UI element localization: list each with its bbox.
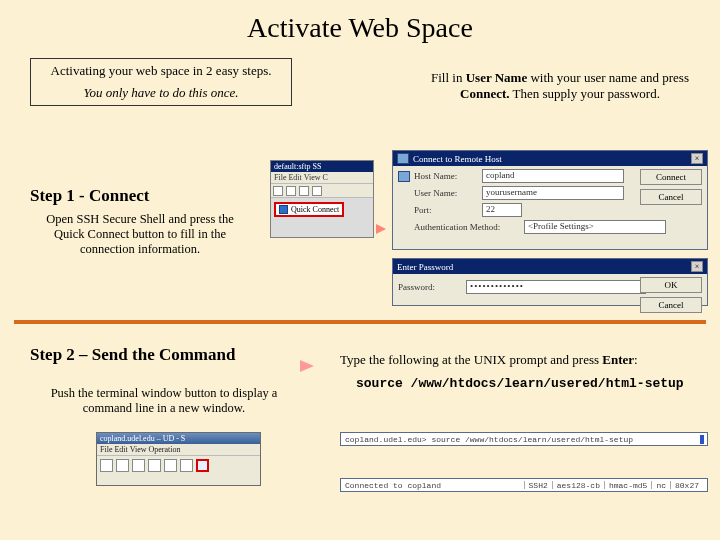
sftp-toolbar [271,184,373,198]
terminal-titlebar: copland.udel.edu – UD - S [97,433,260,444]
step2-heading: Step 2 – Send the Command [30,345,235,365]
terminal-window: copland.udel.edu – UD - S File Edit View… [96,432,261,486]
status-cell: 80x27 [670,481,703,489]
type-pre: Type the following at the UNIX prompt an… [340,352,602,367]
connect-dialog-title: Connect to Remote Host [413,154,502,164]
password-label: Password: [398,282,466,292]
password-field[interactable]: ••••••••••••• [466,280,646,294]
user-field[interactable]: yourusername [482,186,624,200]
connect-dialog-titlebar: Connect to Remote Host × [393,151,707,166]
fill-instructions: Fill in User Name with your user name an… [430,70,690,102]
password-dialog-title: Enter Password [397,262,453,272]
quick-connect-icon [279,205,288,214]
dialog-icon [397,153,409,164]
fill-b2: Connect. [460,86,509,101]
fill-pre: Fill in [431,70,466,85]
cancel-button[interactable]: Cancel [640,297,702,313]
sftp-titlebar: default:sftp SS [271,161,373,172]
arrow-icon [300,360,314,372]
toolbar-icon[interactable] [148,459,161,472]
step1-region: Step 1 - Connect Open SSH Secure Shell a… [30,186,250,257]
ok-button[interactable]: OK [640,277,702,293]
fill-post: Then supply your password. [510,86,660,101]
terminal-toolbar [97,456,260,474]
connect-dialog: Connect to Remote Host × Host Name: copl… [392,150,708,250]
step2-body: Push the terminal window button to displ… [34,386,294,416]
divider [14,320,706,324]
toolbar-icon[interactable] [299,186,309,196]
quick-connect-button[interactable]: Quick Connect [274,202,344,217]
new-terminal-button[interactable] [196,459,209,472]
password-dialog-titlebar: Enter Password × [393,259,707,274]
close-icon[interactable]: × [691,261,703,272]
step1-body: Open SSH Secure Shell and press the Quic… [30,212,250,257]
toolbar-icon[interactable] [286,186,296,196]
quick-connect-label: Quick Connect [291,205,339,214]
source-command: source /www/htdocs/learn/usered/html-set… [356,376,684,391]
host-label: Host Name: [414,171,482,181]
type-instruction: Type the following at the UNIX prompt an… [340,352,638,368]
port-field[interactable]: 22 [482,203,522,217]
terminal-output-1: copland.udel.edu> source /www/htdocs/lea… [340,432,708,446]
auth-field[interactable]: <Profile Settings> [524,220,666,234]
toolbar-icon[interactable] [116,459,129,472]
status-cell: SSH2 [524,481,552,489]
type-b: Enter [602,352,634,367]
host-field[interactable]: copland [482,169,624,183]
sftp-window: default:sftp SS File Edit View C Quick C… [270,160,374,238]
intro-box: Activating your web space in 2 easy step… [30,58,292,106]
status-cell: aes128-cb [552,481,604,489]
port-label: Port: [414,205,482,215]
fill-mid: with your user name and press [527,70,689,85]
terminal-menubar: File Edit View Operation [97,444,260,456]
arrow-icon [376,224,386,234]
toolbar-icon[interactable] [180,459,193,472]
sftp-menubar: File Edit View C [271,172,373,184]
connect-button[interactable]: Connect [640,169,702,185]
intro-line2: You only have to do this once. [37,85,285,101]
password-dialog: Enter Password × Password: •••••••••••••… [392,258,708,306]
toolbar-icon[interactable] [100,459,113,472]
page-title: Activate Web Space [0,0,720,58]
status-connected: Connected to copland [345,481,524,489]
cancel-button[interactable]: Cancel [640,189,702,205]
toolbar-icon[interactable] [164,459,177,472]
type-post: : [634,352,638,367]
close-icon[interactable]: × [691,153,703,164]
host-icon [398,171,410,182]
toolbar-icon[interactable] [132,459,145,472]
status-cell: nc [651,481,670,489]
status-cell: hmac-md5 [604,481,651,489]
toolbar-icon[interactable] [273,186,283,196]
fill-b1: User Name [466,70,528,85]
intro-line1: Activating your web space in 2 easy step… [37,63,285,79]
toolbar-icon[interactable] [312,186,322,196]
step1-heading: Step 1 - Connect [30,186,250,206]
terminal-statusbar: Connected to copland SSH2 aes128-cb hmac… [340,478,708,492]
auth-label: Authentication Method: [414,222,524,232]
user-label: User Name: [414,188,482,198]
